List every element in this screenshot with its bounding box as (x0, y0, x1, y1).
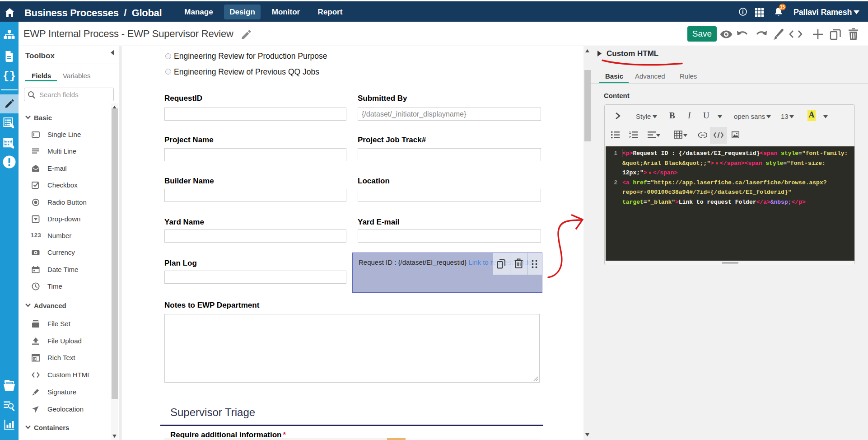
svg-text:1: 1 (629, 131, 631, 134)
svg-text:2: 2 (629, 136, 631, 139)
